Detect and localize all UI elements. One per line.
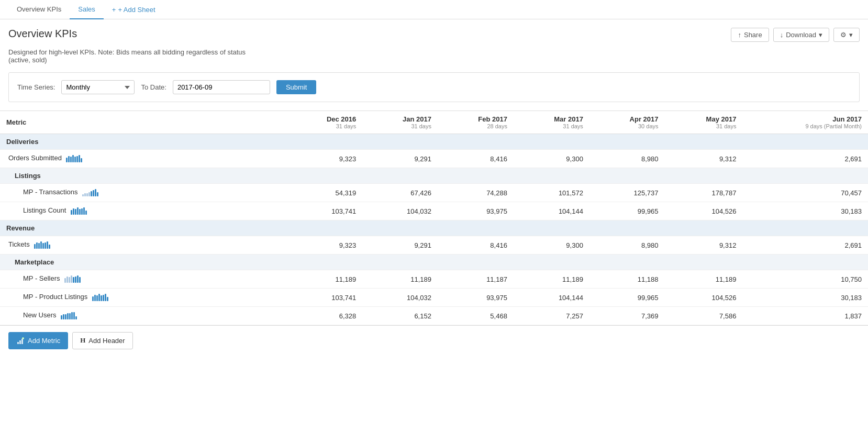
svg-rect-31 bbox=[49, 245, 50, 249]
col-header-metric: Metric bbox=[0, 111, 286, 134]
svg-rect-52 bbox=[69, 313, 71, 319]
page-title: Overview KPIs bbox=[8, 28, 77, 40]
row-value: 1,837 bbox=[742, 307, 868, 325]
row-value: 104,526 bbox=[665, 202, 743, 220]
table-row: Orders Submitted 9,3239,2918,4169,3008,9… bbox=[0, 150, 868, 168]
row-value: 93,975 bbox=[438, 202, 514, 220]
table-header-row: Metric Dec 2016 31 days Jan 2017 31 days… bbox=[0, 111, 868, 134]
settings-dropdown-icon: ▾ bbox=[849, 31, 853, 39]
row-value: 11,189 bbox=[514, 270, 589, 289]
table-row: MP - Transactions 54,31967,42674,288101,… bbox=[0, 184, 868, 202]
time-series-label: Time Series: bbox=[17, 83, 55, 91]
row-value: 104,032 bbox=[362, 202, 438, 220]
col-header-may2017: May 2017 31 days bbox=[665, 111, 743, 134]
svg-rect-20 bbox=[79, 209, 81, 215]
subsection-header-row: Listings bbox=[0, 168, 868, 184]
svg-rect-23 bbox=[85, 211, 87, 215]
svg-rect-42 bbox=[96, 295, 98, 301]
svg-rect-33 bbox=[66, 277, 68, 283]
header-icon: H bbox=[80, 336, 85, 345]
svg-rect-12 bbox=[91, 191, 92, 196]
filter-bar: Time Series: Monthly Daily Weekly Quarte… bbox=[8, 72, 860, 102]
row-value: 93,975 bbox=[438, 289, 514, 307]
svg-rect-50 bbox=[65, 314, 66, 319]
row-value: 11,188 bbox=[589, 270, 665, 289]
svg-rect-37 bbox=[75, 277, 76, 283]
row-value: 10,750 bbox=[742, 270, 868, 289]
time-series-select[interactable]: Monthly Daily Weekly Quarterly Yearly bbox=[61, 80, 135, 94]
header-actions: ↑ Share ↓ Download ▾ ⚙ ▾ bbox=[731, 28, 860, 42]
row-value: 7,369 bbox=[589, 307, 665, 325]
row-value: 8,980 bbox=[589, 150, 665, 168]
row-value: 104,032 bbox=[362, 289, 438, 307]
row-value: 5,468 bbox=[438, 307, 514, 325]
table-row: Tickets 9,3239,2918,4169,3008,9809,3122,… bbox=[0, 236, 868, 255]
svg-rect-53 bbox=[71, 312, 73, 319]
row-value: 9,323 bbox=[286, 236, 362, 255]
row-value: 9,323 bbox=[286, 150, 362, 168]
download-button[interactable]: ↓ Download ▾ bbox=[773, 28, 829, 42]
add-metric-icon bbox=[16, 336, 25, 345]
svg-rect-48 bbox=[61, 315, 62, 319]
share-button[interactable]: ↑ Share bbox=[731, 28, 769, 42]
row-value: 9,291 bbox=[362, 150, 438, 168]
svg-rect-5 bbox=[76, 156, 78, 162]
svg-rect-14 bbox=[95, 189, 96, 196]
to-date-input[interactable] bbox=[173, 80, 270, 94]
svg-rect-11 bbox=[88, 192, 90, 196]
svg-rect-45 bbox=[103, 295, 104, 301]
row-label: Listings Count bbox=[0, 202, 286, 220]
add-sheet-button[interactable]: + + Add Sheet bbox=[104, 1, 164, 19]
row-value: 6,328 bbox=[286, 307, 362, 325]
svg-rect-36 bbox=[73, 277, 74, 283]
subsection-header-row: Marketplace bbox=[0, 255, 868, 270]
svg-rect-38 bbox=[77, 275, 79, 283]
table-row: Listings Count 103,741104,03293,975104,1… bbox=[0, 202, 868, 220]
svg-rect-21 bbox=[81, 208, 83, 215]
col-header-jan2017: Jan 2017 31 days bbox=[362, 111, 438, 134]
section-header-row: Deliveries bbox=[0, 134, 868, 150]
add-header-button[interactable]: H Add Header bbox=[72, 332, 133, 349]
svg-rect-15 bbox=[97, 192, 98, 196]
row-value: 104,526 bbox=[665, 289, 743, 307]
tab-overview-kpis[interactable]: Overview KPIs bbox=[8, 0, 70, 19]
row-value: 8,416 bbox=[438, 150, 514, 168]
subsection-label: Marketplace bbox=[0, 255, 868, 270]
download-icon: ↓ bbox=[780, 31, 784, 39]
settings-button[interactable]: ⚙ ▾ bbox=[833, 28, 860, 42]
svg-rect-44 bbox=[101, 295, 102, 301]
row-value: 11,187 bbox=[438, 270, 514, 289]
col-header-feb2017: Feb 2017 28 days bbox=[438, 111, 514, 134]
svg-rect-58 bbox=[21, 339, 23, 344]
svg-rect-8 bbox=[82, 194, 84, 196]
dropdown-chevron-icon: ▾ bbox=[819, 31, 822, 39]
row-value: 103,741 bbox=[286, 289, 362, 307]
col-header-apr2017: Apr 2017 30 days bbox=[589, 111, 665, 134]
svg-rect-9 bbox=[84, 193, 86, 196]
row-label: MP - Product Listings bbox=[0, 289, 286, 307]
row-value: 104,144 bbox=[514, 289, 589, 307]
svg-rect-55 bbox=[75, 316, 77, 319]
row-value: 11,189 bbox=[362, 270, 438, 289]
col-header-jun2017: Jun 2017 9 days (Partial Month) bbox=[742, 111, 868, 134]
col-header-dec2016: Dec 2016 31 days bbox=[286, 111, 362, 134]
row-value: 103,741 bbox=[286, 202, 362, 220]
svg-rect-6 bbox=[79, 155, 80, 162]
row-value: 8,980 bbox=[589, 236, 665, 255]
add-metric-button[interactable]: Add Metric bbox=[8, 332, 68, 349]
table-row: MP - Sellers 11,18911,18911,18711,18911,… bbox=[0, 270, 868, 289]
submit-button[interactable]: Submit bbox=[276, 80, 316, 94]
row-value: 7,586 bbox=[665, 307, 743, 325]
page-header: Overview KPIs ↑ Share ↓ Download ▾ ⚙ ▾ bbox=[0, 19, 868, 46]
svg-rect-41 bbox=[94, 295, 96, 301]
svg-rect-22 bbox=[83, 207, 85, 215]
svg-rect-32 bbox=[64, 278, 66, 283]
row-value: 125,737 bbox=[589, 184, 665, 202]
tab-sales[interactable]: Sales bbox=[70, 0, 104, 19]
svg-rect-17 bbox=[73, 208, 74, 215]
row-value: 7,257 bbox=[514, 307, 589, 325]
svg-rect-2 bbox=[70, 157, 72, 162]
row-label: New Users bbox=[0, 307, 286, 325]
to-date-label: To Date: bbox=[141, 83, 166, 91]
row-value: 67,426 bbox=[362, 184, 438, 202]
